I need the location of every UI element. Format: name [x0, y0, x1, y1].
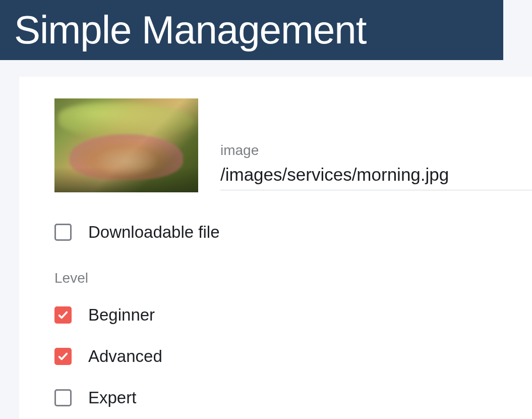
image-field-label: image [220, 142, 532, 159]
downloadable-checkbox[interactable] [54, 224, 72, 241]
image-path-field-group: image [220, 142, 532, 192]
level-beginner-checkbox[interactable] [54, 306, 72, 324]
level-section-label: Level [54, 270, 532, 286]
app-header: Simple Management [0, 0, 503, 60]
level-option-beginner: Beginner [54, 305, 532, 325]
level-expert-label: Expert [88, 388, 136, 407]
form-panel: image Downloadable file Level Beginner A… [19, 77, 532, 419]
level-advanced-label: Advanced [88, 347, 162, 366]
level-option-expert: Expert [54, 388, 532, 407]
image-field-row: image [54, 98, 532, 192]
image-path-input[interactable] [220, 165, 532, 190]
level-expert-checkbox[interactable] [54, 389, 72, 406]
level-advanced-checkbox[interactable] [54, 348, 72, 365]
check-icon [57, 351, 69, 362]
check-icon [57, 309, 69, 321]
level-beginner-label: Beginner [88, 305, 155, 325]
level-option-advanced: Advanced [54, 347, 532, 366]
image-thumbnail[interactable] [54, 98, 198, 192]
level-options-group: Beginner Advanced Expert [54, 305, 532, 407]
app-title: Simple Management [14, 7, 366, 53]
downloadable-file-row: Downloadable file [54, 223, 532, 242]
downloadable-label: Downloadable file [88, 223, 220, 242]
